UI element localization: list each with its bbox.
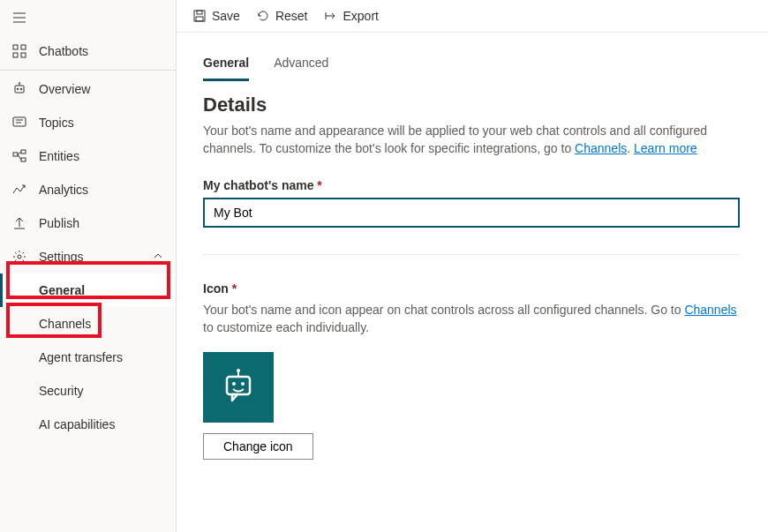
export-button[interactable]: Export [324,9,379,23]
nav-label: Settings [39,250,84,264]
svg-rect-24 [197,11,202,14]
toolbar-label: Export [343,9,379,23]
tab-advanced[interactable]: Advanced [274,50,328,81]
svg-rect-17 [21,158,26,161]
svg-point-22 [18,255,21,259]
toolbar-label: Save [212,9,240,23]
nav-settings[interactable]: Settings [0,240,176,273]
save-button[interactable]: Save [192,9,240,23]
nav-label: Analytics [39,183,88,197]
nav-label: Publish [39,216,79,230]
nav-topics[interactable]: Topics [0,106,176,139]
tabs: General Advanced [203,50,742,81]
svg-rect-15 [13,153,18,156]
learn-more-link[interactable]: Learn more [634,141,697,155]
save-icon [192,9,207,23]
svg-point-29 [237,369,240,372]
nav-chatbots[interactable]: Chatbots [0,34,176,68]
bot-avatar-icon [218,367,259,408]
bot-name-input[interactable] [203,198,740,228]
svg-rect-16 [21,150,26,154]
channels-link[interactable]: Channels [575,141,627,155]
publish-icon [12,216,26,230]
icon-label: Icon * [203,281,742,296]
svg-point-31 [232,382,236,386]
nav-label: Entities [39,149,79,163]
svg-line-19 [18,154,21,160]
nav-publish[interactable]: Publish [0,206,176,240]
divider [203,254,740,255]
chat-icon [12,116,26,130]
icon-description: Your bot's name and icon appear on chat … [203,301,742,336]
svg-point-9 [19,83,20,84]
subnav-label: Agent transfers [39,350,123,364]
details-title: Details [203,94,742,116]
entities-icon [12,149,26,163]
tab-general[interactable]: General [203,50,249,81]
tab-label: Advanced [274,56,328,70]
reset-button[interactable]: Reset [256,9,308,23]
bot-icon-preview [203,352,274,423]
details-description: Your bot's name and appearance will be a… [203,122,742,157]
svg-rect-5 [13,53,18,57]
subnav-label: Security [39,384,84,398]
svg-point-32 [241,382,245,386]
name-label: My chatbot's name * [203,178,742,192]
subnav-label: Channels [39,317,91,331]
required-indicator: * [232,281,237,296]
toolbar: Save Reset Export [177,0,768,33]
subnav-agent-transfers[interactable]: Agent transfers [0,341,176,374]
svg-rect-7 [15,86,24,93]
gear-icon [12,250,26,264]
svg-marker-33 [232,394,237,401]
nav-label: Topics [39,116,74,130]
svg-rect-25 [196,17,203,21]
subnav-general[interactable]: General [0,273,176,307]
hamburger-menu[interactable] [0,0,176,34]
svg-line-18 [18,152,21,154]
svg-point-10 [17,88,19,90]
content-area: General Advanced Details Your bot's name… [177,33,768,532]
tab-label: General [203,56,249,70]
analytics-icon [12,183,26,197]
reset-icon [256,9,270,23]
channels-link-2[interactable]: Channels [684,303,736,317]
export-icon [324,9,338,23]
subnav-security[interactable]: Security [0,374,176,408]
subnav-channels[interactable]: Channels [0,307,176,341]
subnav-label: AI capabilities [39,417,115,431]
svg-rect-4 [21,45,26,49]
bot-icon [12,82,26,96]
subnav-label: General [39,283,85,297]
grid-icon [12,44,26,58]
nav-analytics[interactable]: Analytics [0,173,176,206]
svg-point-11 [20,88,22,90]
nav-label: Chatbots [39,44,88,58]
toolbar-label: Reset [275,9,308,23]
change-icon-button[interactable]: Change icon [203,433,313,460]
svg-rect-3 [13,45,18,49]
svg-rect-12 [13,117,26,126]
sidebar: Chatbots Overview Topics Entities A [0,0,177,532]
nav-entities[interactable]: Entities [0,139,176,173]
subnav-ai-capabilities[interactable]: AI capabilities [0,408,176,441]
nav-overview[interactable]: Overview [0,72,176,106]
chevron-up-icon [153,250,163,264]
svg-rect-6 [21,53,26,57]
nav-label: Overview [39,82,90,96]
required-indicator: * [317,178,321,192]
